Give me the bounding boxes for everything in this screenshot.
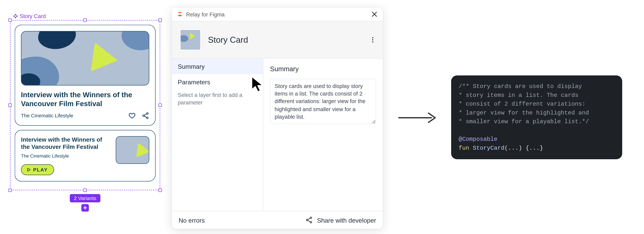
- resize-handle[interactable]: [8, 18, 12, 22]
- code-comment-line: /** Story cards are used to display: [459, 83, 582, 90]
- code-annotation: @Composable: [459, 136, 498, 142]
- code-decl-line: fun StoryCard(...) {...}: [459, 145, 543, 151]
- share-label: Share with developer: [317, 216, 376, 224]
- svg-rect-2: [14, 15, 15, 17]
- card-subtitle: The Cinematic Lifestyle: [21, 112, 73, 118]
- svg-point-12: [310, 222, 312, 223]
- code-comment-line: * smaller view for a playable list.*/: [459, 118, 589, 125]
- heart-icon[interactable]: [128, 112, 136, 119]
- story-card-small[interactable]: Interview with the Winners of the Vancou…: [15, 130, 156, 181]
- variants-badge: 2 Variants: [70, 194, 100, 202]
- svg-point-5: [143, 115, 144, 116]
- svg-rect-1: [14, 16, 16, 18]
- summary-textarea[interactable]: [270, 79, 376, 124]
- component-label-text: Story Card: [20, 13, 46, 20]
- story-card-large[interactable]: Interview with the Winners of the Vancou…: [15, 25, 156, 126]
- plugin-titlebar: Relay for Figma: [172, 8, 383, 22]
- close-icon[interactable]: [371, 11, 378, 18]
- resize-handle[interactable]: [158, 188, 162, 192]
- mouse-cursor-icon: [251, 76, 265, 92]
- play-label: PLAY: [33, 166, 48, 172]
- component-thumbnail: [178, 28, 202, 52]
- relay-logo-icon: [177, 12, 183, 17]
- card-subtitle: The Cinematic Lifestyle: [21, 153, 111, 158]
- code-comment-line: * story items in a list. The cards: [459, 92, 578, 98]
- component-label: Story Card: [14, 13, 46, 20]
- code-comment-line: * consist of 2 different variations:: [459, 100, 586, 107]
- share-icon: [305, 216, 313, 224]
- resize-handle[interactable]: [8, 104, 12, 107]
- code-comment-line: * larger view for the highlighted and: [459, 110, 589, 116]
- svg-rect-0: [14, 14, 16, 16]
- resize-handle[interactable]: [158, 104, 162, 107]
- parameters-help-text: Select a layer first to add a parameter: [172, 90, 263, 112]
- figma-canvas-selection: Story Card Interview with the Winners: [10, 12, 160, 190]
- kebab-menu-icon[interactable]: [370, 36, 376, 43]
- svg-point-11: [306, 219, 308, 221]
- add-variant-button[interactable]: +: [81, 204, 89, 211]
- code-block: /** Story cards are used to display * st…: [451, 76, 622, 159]
- svg-point-10: [310, 217, 312, 218]
- resize-handle[interactable]: [84, 18, 87, 22]
- hero-image: [21, 31, 149, 86]
- resize-handle[interactable]: [8, 188, 12, 192]
- plugin-name: Relay for Figma: [186, 11, 224, 18]
- play-icon: [27, 168, 31, 171]
- panel-sidebar: Summary Parameters Select a layer first …: [172, 59, 263, 211]
- tab-parameters[interactable]: Parameters: [172, 74, 263, 90]
- svg-point-6: [146, 117, 148, 118]
- svg-point-9: [372, 42, 373, 42]
- component-name: Story Card: [208, 35, 364, 45]
- card-title: Interview with the Winners of the Vancou…: [21, 136, 111, 151]
- thumbnail-image: [116, 136, 149, 164]
- svg-point-7: [372, 37, 373, 38]
- svg-point-4: [146, 112, 148, 114]
- share-icon[interactable]: [142, 112, 149, 119]
- relay-plugin-panel: Relay for Figma Story Card Summary Param…: [172, 8, 383, 229]
- selection-frame[interactable]: Interview with the Winners of the Vancou…: [10, 20, 160, 190]
- play-icon: [136, 142, 149, 159]
- share-with-developer-button[interactable]: Share with developer: [305, 216, 376, 224]
- arrow-right-icon: [398, 112, 437, 124]
- card-title: Interview with the Winners of the Vancou…: [21, 90, 149, 108]
- play-button[interactable]: PLAY: [21, 164, 54, 175]
- svg-point-8: [372, 39, 373, 40]
- tab-summary[interactable]: Summary: [172, 59, 263, 74]
- status-text: No errors: [178, 216, 205, 224]
- component-icon: [14, 14, 18, 18]
- resize-handle[interactable]: [84, 188, 87, 192]
- summary-heading: Summary: [270, 65, 376, 73]
- play-icon: [91, 42, 120, 75]
- svg-rect-3: [16, 15, 18, 17]
- component-header: Story Card: [172, 22, 383, 59]
- resize-handle[interactable]: [158, 18, 162, 22]
